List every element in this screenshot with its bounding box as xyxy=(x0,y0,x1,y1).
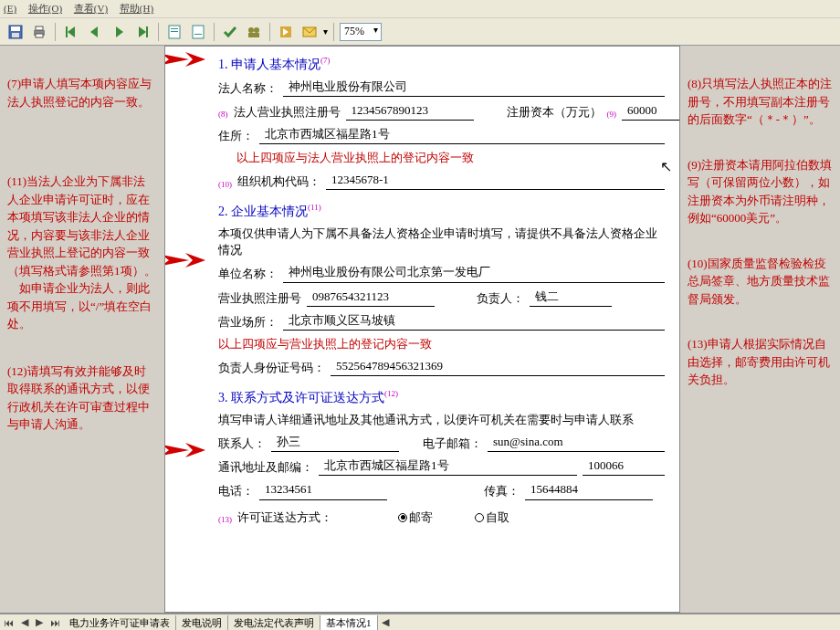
svg-rect-7 xyxy=(66,26,68,37)
label: 注册资本（万元） xyxy=(507,104,602,121)
label: 负责人身份证号码： xyxy=(218,360,325,376)
export-icon[interactable] xyxy=(276,22,296,42)
svg-point-18 xyxy=(254,27,259,33)
svg-rect-11 xyxy=(146,26,148,37)
svg-rect-14 xyxy=(171,31,178,32)
document-page: ↖ 1. 申请人基本情况(7) 法人名称：神州电业股份有限公司 (8)法人营业执… xyxy=(164,46,680,613)
tab-basic-info[interactable]: 基本情况1 xyxy=(320,615,378,630)
doc-b-icon[interactable] xyxy=(188,22,208,42)
tab-first-icon[interactable]: ⏮ xyxy=(0,617,17,628)
tab-application[interactable]: 电力业务许可证申请表 xyxy=(64,615,176,630)
svg-rect-15 xyxy=(193,26,204,38)
right-annotations: (8)只填写法人执照正本的注册号，不用填写副本注册号的后面数字“（＊-＊）”。 … xyxy=(680,46,840,613)
address-field[interactable]: 北京市西城区福星路1号 xyxy=(259,126,665,144)
license-no-field[interactable]: 1234567890123 xyxy=(346,102,474,121)
zoom-select[interactable]: 75% xyxy=(340,23,382,41)
label: 营业场所： xyxy=(218,314,278,331)
sheet-tab-bar: ⏮ ◀ ▶ ⏭ 电力业务许可证申请表 发电说明 发电法定代表声明 基本情况1 ◀ xyxy=(0,614,840,630)
svg-rect-5 xyxy=(36,34,43,37)
unit-name-field[interactable]: 神州电业股份有限公司北京第一发电厂 xyxy=(283,264,665,282)
svg-rect-1 xyxy=(11,26,20,31)
section2-desc: 本项仅供申请人为下属不具备法人资格企业申请时填写，请提供不具备法人资格企业情况 xyxy=(218,226,665,258)
biz-license-field[interactable]: 0987654321123 xyxy=(307,289,435,307)
prev-page-icon[interactable] xyxy=(85,22,105,42)
left-annotations: (7)申请人填写本项内容应与法人执照登记的内容一致。 (11)当法人企业为下属非… xyxy=(0,46,164,613)
tab-prev-icon[interactable]: ◀ xyxy=(17,616,32,628)
menu-help[interactable]: 帮助(H) xyxy=(120,3,153,14)
label: 电子邮箱： xyxy=(423,436,482,452)
label: 电话： xyxy=(218,483,254,499)
tab-declaration[interactable]: 发电法定代表声明 xyxy=(228,615,320,630)
label: 许可证送达方式： xyxy=(237,509,332,526)
label: 组织机构代码： xyxy=(237,173,320,190)
section3-title: 3. 联系方式及许可证送达方式(12) xyxy=(218,389,665,406)
mail-icon[interactable] xyxy=(299,22,320,42)
doc-a-icon[interactable] xyxy=(164,22,184,42)
label: 住所： xyxy=(218,128,254,144)
menu-view[interactable]: 查看(V) xyxy=(74,3,108,14)
label: 法人名称： xyxy=(218,80,278,97)
tel-field[interactable]: 13234561 xyxy=(259,481,387,499)
label: 法人营业执照注册号 xyxy=(234,104,341,121)
tab-more-icon[interactable]: ◀ xyxy=(378,616,393,628)
svg-marker-10 xyxy=(139,26,146,37)
svg-rect-4 xyxy=(36,26,43,30)
svg-rect-19 xyxy=(248,33,259,37)
section2-title: 2. 企业基本情况(11) xyxy=(218,203,665,220)
menu-file[interactable]: (E) xyxy=(4,3,16,14)
label: 通讯地址及邮编： xyxy=(218,459,313,476)
capital-field[interactable]: 60000 xyxy=(622,102,680,121)
svg-rect-2 xyxy=(12,33,19,37)
svg-rect-16 xyxy=(194,34,202,35)
svg-marker-9 xyxy=(116,26,123,37)
note-8: (8)只填写法人执照正本的注册号，不用填写副本注册号的后面数字“（＊-＊）”。 xyxy=(688,75,833,129)
tab-next-icon[interactable]: ▶ xyxy=(32,616,47,628)
section1-title: 1. 申请人基本情况(7) xyxy=(218,56,665,73)
mail-addr-field[interactable]: 北京市西城区福星路1号 xyxy=(319,457,577,476)
zip-field[interactable]: 100066 xyxy=(583,457,665,476)
note-9: (9)注册资本请用阿拉伯数填写（可保留两位小数），如注册资本为外币请注明种，例如… xyxy=(688,156,833,227)
svg-rect-13 xyxy=(171,28,178,29)
svg-marker-8 xyxy=(90,26,98,37)
label: 单位名称： xyxy=(218,266,278,282)
hint-text: 以上四项应与营业执照上的登记内容一致 xyxy=(218,336,665,352)
label: 联系人： xyxy=(218,436,266,452)
label: 负责人： xyxy=(477,290,524,307)
delivery-pickup-radio[interactable]: 自取 xyxy=(475,509,509,526)
note-12: (12)请填写有效并能够及时取得联系的通讯方式，以便行政机关在许可审查过程中与申… xyxy=(7,362,157,434)
tab-last-icon[interactable]: ⏭ xyxy=(47,617,64,628)
delivery-mail-radio[interactable]: 邮寄 xyxy=(398,509,433,526)
owner-id-field[interactable]: 552564789456321369 xyxy=(331,358,665,376)
menu-bar: (E) 操作(O) 查看(V) 帮助(H) xyxy=(0,0,840,18)
org-code-field[interactable]: 12345678-1 xyxy=(326,172,665,190)
section3-desc: 填写申请人详细通讯地址及其他通讯方式，以便许可机关在需要时与申请人联系 xyxy=(218,412,665,428)
contact-field[interactable]: 孙三 xyxy=(271,434,399,452)
print-icon[interactable] xyxy=(29,22,49,42)
hint-text: 以上四项应与法人营业执照上的登记内容一致 xyxy=(236,150,665,166)
note-7: (7)申请人填写本项内容应与法人执照登记的内容一致。 xyxy=(7,75,157,110)
check-icon[interactable] xyxy=(220,22,240,42)
owner-field[interactable]: 钱二 xyxy=(530,289,612,307)
email-field[interactable]: sun@sina.com xyxy=(488,434,665,452)
mail-dropdown-icon[interactable]: ▾ xyxy=(323,26,328,37)
toolbar: ▾ 75% xyxy=(0,18,840,46)
fax-field[interactable]: 15644884 xyxy=(525,481,653,499)
first-page-icon[interactable] xyxy=(61,22,81,42)
tab-power-desc[interactable]: 发电说明 xyxy=(176,615,228,630)
legal-name-field[interactable]: 神州电业股份有限公司 xyxy=(283,79,665,97)
svg-marker-6 xyxy=(68,26,75,37)
save-icon[interactable] xyxy=(5,22,26,42)
last-page-icon[interactable] xyxy=(132,22,152,42)
label: 营业执照注册号 xyxy=(218,290,301,307)
cursor-icon: ↖ xyxy=(660,158,672,175)
next-page-icon[interactable] xyxy=(109,22,129,42)
svg-point-17 xyxy=(248,27,254,33)
label: 传真： xyxy=(484,483,520,499)
note-13: (13)申请人根据实际情况自由选择，邮寄费用由许可机关负担。 xyxy=(688,335,833,389)
note-10: (10)国家质量监督检验检疫总局签章、地方质量技术监督局颁发。 xyxy=(688,255,833,309)
note-11: (11)当法人企业为下属非法人企业申请许可证时，应在本项填写该非法人企业的情况，… xyxy=(7,173,157,333)
group-icon[interactable] xyxy=(244,22,264,42)
biz-place-field[interactable]: 北京市顺义区马坡镇 xyxy=(283,312,665,331)
menu-op[interactable]: 操作(O) xyxy=(28,3,62,14)
